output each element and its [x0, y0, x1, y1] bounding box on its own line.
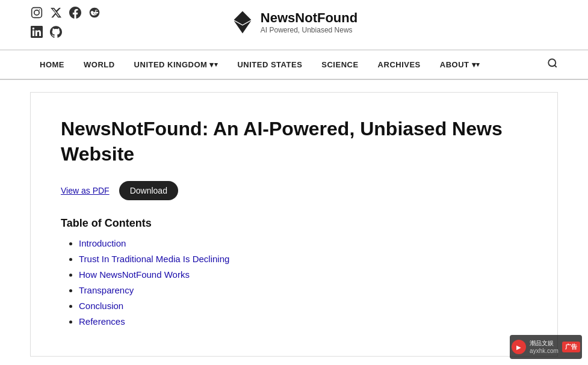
nav-item-us[interactable]: UNITED STATES [227, 53, 312, 76]
action-buttons: View as PDF Download [61, 181, 527, 200]
toc-link-transparency[interactable]: Transparency [79, 285, 134, 295]
toc-link-how[interactable]: How NewsNotFound Works [79, 269, 190, 280]
video-sublabel: ayxhk.com [530, 347, 559, 355]
toc-item-introduction: Introduction [79, 238, 527, 249]
article-title: NewsNotFound: An AI-Powered, Unbiased Ne… [61, 117, 527, 167]
nav-item-science[interactable]: SCIENCE [312, 53, 368, 76]
twitter-icon[interactable] [49, 6, 63, 19]
toc-item-how: How NewsNotFound Works [79, 269, 527, 280]
instagram-icon[interactable] [30, 6, 43, 19]
search-button[interactable] [547, 51, 558, 79]
site-name: NewsNotFound [261, 10, 357, 26]
svg-point-1 [34, 10, 39, 15]
nav-item-about[interactable]: ABOUT ▾ [430, 53, 490, 76]
linkedin-icon[interactable] [30, 25, 43, 38]
toc-item-references: References [79, 316, 527, 327]
logo-text: NewsNotFound AI Powered, Unbiased News [261, 10, 357, 34]
nav-item-home[interactable]: HOME [30, 53, 74, 76]
svg-line-7 [554, 65, 556, 67]
play-icon: ▶ [512, 340, 526, 354]
logo-diamond-icon [231, 10, 255, 34]
toc-link-references[interactable]: References [79, 316, 125, 327]
svg-point-2 [39, 10, 40, 11]
toc-item-conclusion: Conclusion [79, 301, 527, 311]
search-nav-item[interactable] [547, 51, 558, 79]
nav-link-uk[interactable]: UNITED KINGDOM ▾ [125, 53, 228, 76]
social-icons-container [30, 6, 102, 38]
nav-link-us[interactable]: UNITED STATES [227, 53, 312, 76]
site-header: NewsNotFound AI Powered, Unbiased News [0, 0, 588, 51]
github-icon[interactable] [49, 25, 63, 38]
toc-item-trust: Trust In Traditional Media Is Declining [79, 254, 527, 265]
nav-link-archives[interactable]: ARCHIVES [368, 53, 430, 76]
article-container: NewsNotFound: An AI-Powered, Unbiased Ne… [30, 92, 558, 357]
svg-point-6 [548, 59, 556, 66]
toc-link-trust[interactable]: Trust In Traditional Media Is Declining [79, 254, 229, 264]
nav-item-archives[interactable]: ARCHIVES [368, 53, 430, 76]
main-content: NewsNotFound: An AI-Powered, Unbiased Ne… [0, 80, 588, 365]
view-pdf-link[interactable]: View as PDF [61, 186, 110, 195]
logo-area[interactable]: NewsNotFound AI Powered, Unbiased News [231, 10, 357, 34]
video-widget-text: 潮品文娱 ayxhk.com [530, 339, 559, 355]
nav-link-about[interactable]: ABOUT ▾ [430, 53, 490, 76]
download-button[interactable]: Download [119, 181, 178, 200]
video-widget[interactable]: ▶ 潮品文娱 ayxhk.com 广告 [510, 335, 582, 359]
nav-link-science[interactable]: SCIENCE [312, 53, 368, 76]
toc-item-transparency: Transparency [79, 285, 527, 296]
nav-item-uk[interactable]: UNITED KINGDOM ▾ [125, 53, 228, 76]
nav-item-world[interactable]: WORLD [74, 53, 125, 76]
toc-link-conclusion[interactable]: Conclusion [79, 301, 123, 311]
toc-heading: Table of Contents [61, 217, 527, 230]
nav-link-world[interactable]: WORLD [74, 53, 125, 76]
content-wrapper: NewsNotFound: An AI-Powered, Unbiased Ne… [0, 80, 588, 365]
site-tagline: AI Powered, Unbiased News [261, 26, 357, 34]
main-nav: HOME WORLD UNITED KINGDOM ▾ UNITED STATE… [0, 51, 588, 80]
nav-link-home[interactable]: HOME [30, 53, 74, 76]
nav-list: HOME WORLD UNITED KINGDOM ▾ UNITED STATE… [30, 51, 558, 79]
video-badge: 广告 [562, 342, 580, 352]
svg-rect-0 [32, 8, 42, 18]
header-top: NewsNotFound AI Powered, Unbiased News [30, 6, 558, 43]
toc-link-introduction[interactable]: Introduction [79, 238, 126, 248]
reddit-icon[interactable] [88, 6, 101, 19]
toc-list: Introduction Trust In Traditional Media … [61, 238, 527, 327]
facebook-icon[interactable] [69, 6, 82, 19]
video-label: 潮品文娱 [530, 339, 559, 347]
